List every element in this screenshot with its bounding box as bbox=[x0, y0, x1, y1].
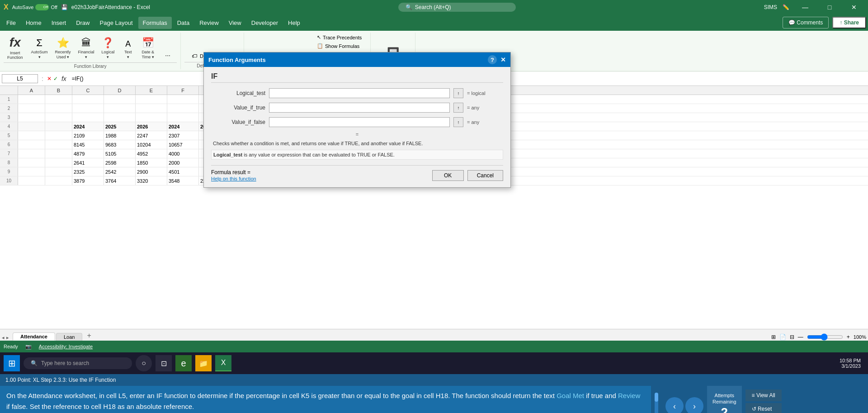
cell-a1[interactable] bbox=[18, 95, 45, 104]
scroll-thumb[interactable] bbox=[655, 393, 658, 402]
ok-button[interactable]: OK bbox=[432, 170, 464, 181]
cell-e1[interactable] bbox=[136, 95, 167, 104]
goal-met-link[interactable]: Goal Met bbox=[557, 392, 584, 399]
cell-b8[interactable] bbox=[45, 158, 72, 167]
cell-f5[interactable]: 2307 bbox=[167, 131, 199, 140]
cell-c5[interactable]: 2109 bbox=[72, 131, 104, 140]
sheet-tab-loan[interactable]: Loan bbox=[56, 333, 82, 341]
cell-b2[interactable] bbox=[45, 104, 72, 113]
cell-f1[interactable] bbox=[167, 95, 199, 104]
cell-d8[interactable]: 2598 bbox=[104, 158, 136, 167]
sheet-prev[interactable]: ◂ bbox=[2, 335, 5, 341]
cell-f2[interactable] bbox=[167, 104, 199, 113]
date-time-button[interactable]: 📅 Date &Time ▾ bbox=[139, 35, 157, 62]
cell-b9[interactable] bbox=[45, 167, 72, 176]
cell-f6[interactable]: 10657 bbox=[167, 140, 199, 149]
cell-a4[interactable] bbox=[18, 122, 45, 131]
minimize-button[interactable]: — bbox=[795, 0, 816, 14]
close-button[interactable]: ✕ bbox=[844, 0, 864, 14]
cell-e3[interactable] bbox=[136, 113, 167, 122]
autosave-toggle[interactable] bbox=[35, 4, 49, 10]
comments-button[interactable]: 💬 Comments bbox=[783, 17, 829, 28]
cell-f8[interactable]: 2000 bbox=[167, 158, 199, 167]
cell-f9[interactable]: 4501 bbox=[167, 167, 199, 176]
accessibility-label[interactable]: Accessibility: Investigate bbox=[39, 344, 93, 349]
cell-c6[interactable]: 8145 bbox=[72, 140, 104, 149]
cell-b5[interactable] bbox=[45, 131, 72, 140]
cell-d3[interactable] bbox=[104, 113, 136, 122]
menu-page-layout[interactable]: Page Layout bbox=[95, 17, 137, 29]
taskbar-search[interactable]: 🔍 Type here to search bbox=[24, 357, 132, 369]
menu-data[interactable]: Data bbox=[173, 17, 194, 29]
cell-c3[interactable] bbox=[72, 113, 104, 122]
maximize-button[interactable]: □ bbox=[819, 0, 840, 14]
check-icon[interactable]: ✕ bbox=[47, 76, 52, 82]
cell-c8[interactable]: 2641 bbox=[72, 158, 104, 167]
cell-b10[interactable] bbox=[45, 176, 72, 185]
cell-b4[interactable] bbox=[45, 122, 72, 131]
cell-a6[interactable] bbox=[18, 140, 45, 149]
save-icon[interactable]: 💾 bbox=[61, 4, 68, 10]
text-button[interactable]: A Text▾ bbox=[119, 38, 137, 62]
cell-d10[interactable]: 3764 bbox=[104, 176, 136, 185]
cell-d4[interactable]: 2025 bbox=[104, 122, 136, 131]
cell-d1[interactable] bbox=[104, 95, 136, 104]
cell-a8[interactable] bbox=[18, 158, 45, 167]
cancel-button[interactable]: Cancel bbox=[467, 170, 503, 181]
taskbar-edge[interactable]: e bbox=[175, 355, 192, 371]
cell-f4[interactable]: 2024 bbox=[167, 122, 199, 131]
page-icon[interactable]: 📄 bbox=[779, 334, 786, 340]
value-if-true-collapse-btn[interactable]: ↑ bbox=[453, 103, 463, 113]
dialog-close-button[interactable]: ✕ bbox=[500, 56, 506, 63]
cell-b7[interactable] bbox=[45, 149, 72, 158]
menu-insert[interactable]: Insert bbox=[47, 17, 71, 29]
zoom-plus[interactable]: + bbox=[847, 334, 850, 340]
cell-a10[interactable] bbox=[18, 176, 45, 185]
menu-draw[interactable]: Draw bbox=[71, 17, 94, 29]
menu-home[interactable]: Home bbox=[21, 17, 46, 29]
review-link[interactable]: Review bbox=[618, 392, 640, 399]
cell-d2[interactable] bbox=[104, 104, 136, 113]
cell-f10[interactable]: 3548 bbox=[167, 176, 199, 185]
start-button[interactable]: ⊞ bbox=[4, 355, 20, 371]
cell-e10[interactable]: 3320 bbox=[136, 176, 167, 185]
prev-arrow[interactable]: ‹ bbox=[665, 397, 684, 413]
cell-a2[interactable] bbox=[18, 104, 45, 113]
name-box[interactable] bbox=[2, 74, 38, 83]
dialog-help-char[interactable]: ? bbox=[488, 55, 497, 64]
cell-c4[interactable]: 2024 bbox=[72, 122, 104, 131]
cell-d5[interactable]: 1988 bbox=[104, 131, 136, 140]
financial-button[interactable]: 🏛 Financial▾ bbox=[75, 35, 97, 62]
trace-precedents-button[interactable]: ↖ Trace Precedents bbox=[314, 33, 367, 41]
autosum-button[interactable]: Σ AutoSum▾ bbox=[28, 35, 51, 62]
view-all-button[interactable]: ≡ View All bbox=[745, 389, 782, 401]
menu-file[interactable]: File bbox=[2, 17, 20, 29]
cell-e2[interactable] bbox=[136, 104, 167, 113]
cell-a5[interactable] bbox=[18, 131, 45, 140]
cell-e5[interactable]: 2247 bbox=[136, 131, 167, 140]
grid-icon[interactable]: ⊞ bbox=[771, 334, 776, 340]
taskbar-task-view[interactable]: ⊡ bbox=[156, 355, 172, 371]
cell-e4[interactable]: 2026 bbox=[136, 122, 167, 131]
cell-c2[interactable] bbox=[72, 104, 104, 113]
value-if-true-input[interactable] bbox=[269, 103, 450, 113]
logical-test-input[interactable] bbox=[269, 88, 450, 98]
sheet-add-button[interactable]: + bbox=[83, 331, 94, 341]
value-if-false-input[interactable] bbox=[269, 117, 450, 127]
menu-help[interactable]: Help bbox=[283, 17, 305, 29]
cell-e8[interactable]: 1850 bbox=[136, 158, 167, 167]
search-bar[interactable]: 🔍 Search (Alt+Q) bbox=[398, 3, 516, 12]
insert-function-button[interactable]: fx InsertFunction bbox=[4, 33, 27, 62]
recently-used-button[interactable]: ⭐ RecentlyUsed ▾ bbox=[52, 35, 74, 62]
help-link[interactable]: Help on this function bbox=[211, 176, 256, 181]
menu-developer[interactable]: Developer bbox=[247, 17, 283, 29]
cell-f3[interactable] bbox=[167, 113, 199, 122]
show-formulas-button[interactable]: 📋 Show Formulas bbox=[314, 42, 367, 50]
logical-button[interactable]: ❓ Logical▾ bbox=[99, 35, 118, 62]
menu-formulas[interactable]: Formulas bbox=[138, 17, 172, 29]
taskbar-excel[interactable]: X bbox=[215, 355, 231, 371]
cell-c1[interactable] bbox=[72, 95, 104, 104]
cell-f7[interactable]: 4000 bbox=[167, 149, 199, 158]
enter-icon[interactable]: ✓ bbox=[53, 76, 58, 82]
cell-c9[interactable]: 2325 bbox=[72, 167, 104, 176]
